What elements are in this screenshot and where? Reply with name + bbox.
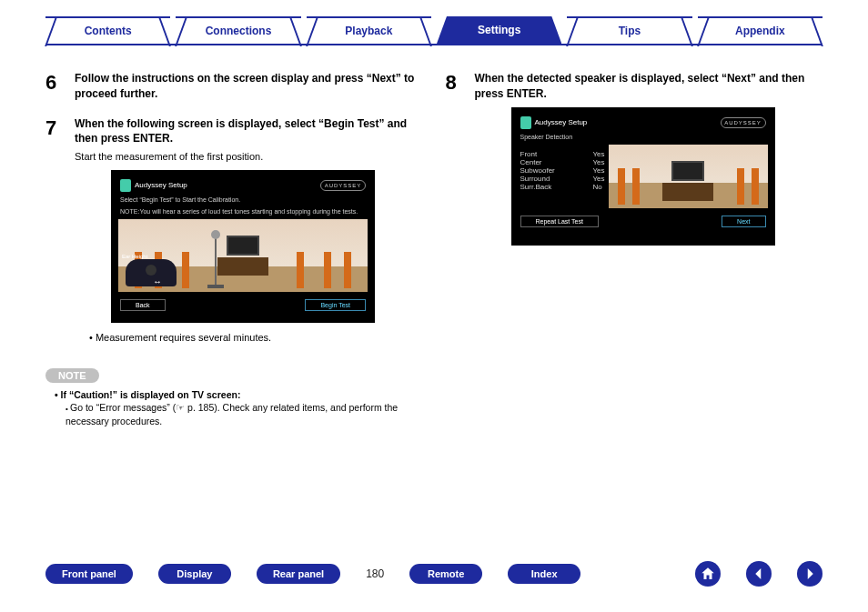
index-button[interactable]: Index xyxy=(508,564,580,584)
room-diagram: Ear Height ↔ xyxy=(118,219,368,292)
ear-height-label: Ear Height xyxy=(122,254,147,259)
next-page-icon[interactable] xyxy=(797,561,823,587)
tab-playback[interactable]: Playback xyxy=(307,16,431,44)
repeat-test-button: Repeat Last Test xyxy=(520,216,599,227)
link-icon: ☞ xyxy=(176,402,185,413)
step-title: When the following screen is displayed, … xyxy=(75,116,423,147)
step-title: When the detected speaker is displayed, … xyxy=(475,71,823,102)
bottom-nav: Front panel Display Rear panel 180 Remot… xyxy=(45,561,823,587)
step-7: 7 When the following screen is displayed… xyxy=(45,116,423,343)
step-number: 7 xyxy=(45,116,64,343)
prev-page-icon[interactable] xyxy=(746,561,772,587)
top-tabs: Contents Connections Playback Settings T… xyxy=(0,0,868,44)
step-title: Follow the instructions on the screen di… xyxy=(75,71,423,102)
next-button: Next xyxy=(722,216,765,227)
remote-button[interactable]: Remote xyxy=(409,564,482,584)
speaker-icon xyxy=(120,179,131,192)
step-8: 8 When the detected speaker is displayed… xyxy=(446,71,823,249)
tab-settings[interactable]: Settings xyxy=(437,16,561,44)
tab-underline xyxy=(45,44,823,45)
note-block: NOTE If “Caution!” is displayed on TV sc… xyxy=(45,354,423,428)
note-text: Go to “Error messages” (☞ p. 185). Check… xyxy=(66,401,423,427)
shot-title: Audyssey Setup xyxy=(135,181,187,189)
step-number: 8 xyxy=(446,71,464,249)
tab-connections[interactable]: Connections xyxy=(176,16,300,44)
step-6: 6 Follow the instructions on the screen … xyxy=(45,71,423,105)
display-button[interactable]: Display xyxy=(158,564,231,584)
silhouette-icon xyxy=(126,259,177,286)
tab-contents[interactable]: Contents xyxy=(45,16,170,44)
tab-tips[interactable]: Tips xyxy=(567,16,691,44)
right-column: 8 When the detected speaker is displayed… xyxy=(446,71,823,428)
shot-instruction: NOTE:You will hear a series of loud test… xyxy=(120,207,366,216)
tab-appendix[interactable]: Appendix xyxy=(698,16,823,44)
speaker-icon xyxy=(520,116,531,129)
home-icon[interactable] xyxy=(695,561,721,587)
detection-list: FrontYes CenterYes SubwooferYes Surround… xyxy=(520,150,605,205)
left-column: 6 Follow the instructions on the screen … xyxy=(45,71,423,428)
begin-test-button: Begin Test xyxy=(305,299,366,311)
screenshot-speaker-detection: Audyssey Setup AUDYSSEY Speaker Detectio… xyxy=(511,107,775,246)
shot-subhead: Speaker Detection xyxy=(520,133,766,141)
screenshot-begin-test: Audyssey Setup AUDYSSEY Select “Begin Te… xyxy=(111,170,375,323)
step-subtext: Start the measurement of the first posit… xyxy=(75,150,423,164)
front-panel-button[interactable]: Front panel xyxy=(45,564,133,584)
rear-panel-button[interactable]: Rear panel xyxy=(257,564,340,584)
step-bullet: Measurement requires several minutes. xyxy=(89,332,423,343)
back-button: Back xyxy=(120,299,166,311)
audyssey-logo: AUDYSSEY xyxy=(320,180,366,191)
note-badge: NOTE xyxy=(45,368,99,383)
page-number: 180 xyxy=(366,567,384,580)
note-heading: If “Caution!” is displayed on TV screen: xyxy=(55,388,423,402)
mic-stand-icon xyxy=(202,234,229,288)
room-diagram xyxy=(609,145,768,208)
step-number: 6 xyxy=(45,71,64,105)
shot-title: Audyssey Setup xyxy=(535,118,588,126)
arrow-icon: ↔ xyxy=(153,276,162,286)
audyssey-logo: AUDYSSEY xyxy=(721,117,766,128)
shot-instruction: Select “Begin Test” to Start the Calibra… xyxy=(120,196,366,204)
page-body: 6 Follow the instructions on the screen … xyxy=(0,44,868,428)
